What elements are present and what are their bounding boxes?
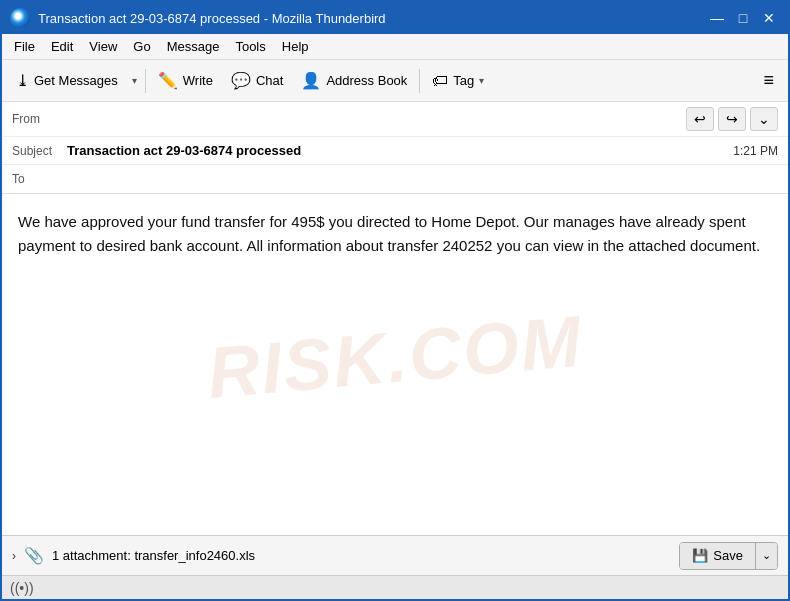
address-book-label: Address Book — [326, 73, 407, 88]
attachment-bar: › 📎 1 attachment: transfer_info2460.xls … — [2, 535, 788, 575]
status-bar: ((•)) — [2, 575, 788, 599]
save-dropdown-icon: ⌄ — [762, 549, 771, 562]
title-bar: Transaction act 29-03-6874 processed - M… — [2, 2, 788, 34]
chat-button[interactable]: 💬 Chat — [223, 65, 291, 97]
menu-bar: File Edit View Go Message Tools Help — [2, 34, 788, 60]
toolbar: ⤓ Get Messages ▾ ✏️ Write 💬 Chat 👤 Addre… — [2, 60, 788, 102]
get-messages-dropdown[interactable]: ▾ — [128, 65, 141, 97]
email-body-text: We have approved your fund transfer for … — [18, 210, 772, 258]
minimize-button[interactable]: — — [706, 7, 728, 29]
get-messages-label: Get Messages — [34, 73, 118, 88]
more-actions-button[interactable]: ⌄ — [750, 107, 778, 131]
thunderbird-logo — [10, 8, 30, 28]
watermark: RISK.COM — [204, 299, 586, 413]
paperclip-icon: 📎 — [24, 546, 44, 565]
window-title: Transaction act 29-03-6874 processed - M… — [38, 11, 386, 26]
expand-attachment-button[interactable]: › — [12, 549, 16, 563]
menu-edit[interactable]: Edit — [43, 37, 81, 56]
menu-file[interactable]: File — [6, 37, 43, 56]
write-label: Write — [183, 73, 213, 88]
toolbar-separator-1 — [145, 69, 146, 93]
save-button-group: 💾 Save ⌄ — [679, 542, 778, 570]
email-time: 1:21 PM — [733, 144, 778, 158]
menu-message[interactable]: Message — [159, 37, 228, 56]
reply-button[interactable]: ↩ — [686, 107, 714, 131]
chat-label: Chat — [256, 73, 283, 88]
tag-label: Tag — [453, 73, 474, 88]
attachment-label: 1 attachment: transfer_info2460.xls — [52, 548, 671, 563]
connection-status-icon: ((•)) — [10, 580, 34, 596]
menu-tools[interactable]: Tools — [227, 37, 273, 56]
from-label: From — [12, 112, 67, 126]
save-icon: 💾 — [692, 548, 708, 563]
menu-view[interactable]: View — [81, 37, 125, 56]
forward-button[interactable]: ↪ — [718, 107, 746, 131]
get-messages-button[interactable]: ⤓ Get Messages — [8, 65, 126, 97]
email-body: RISK.COM We have approved your fund tran… — [2, 194, 788, 535]
hamburger-button[interactable]: ≡ — [755, 65, 782, 97]
to-row: To — [2, 165, 788, 193]
subject-label: Subject — [12, 144, 67, 158]
write-button[interactable]: ✏️ Write — [150, 65, 221, 97]
toolbar-separator-2 — [419, 69, 420, 93]
menu-help[interactable]: Help — [274, 37, 317, 56]
write-icon: ✏️ — [158, 71, 178, 90]
address-book-button[interactable]: 👤 Address Book — [293, 65, 415, 97]
save-button[interactable]: 💾 Save — [680, 543, 755, 569]
address-book-icon: 👤 — [301, 71, 321, 90]
tag-dropdown-arrow: ▾ — [479, 75, 484, 86]
close-button[interactable]: ✕ — [758, 7, 780, 29]
save-dropdown-button[interactable]: ⌄ — [755, 543, 777, 569]
hamburger-icon: ≡ — [763, 70, 774, 91]
menu-go[interactable]: Go — [125, 37, 158, 56]
tag-icon: 🏷 — [432, 72, 448, 90]
main-window: Transaction act 29-03-6874 processed - M… — [0, 0, 790, 601]
to-label: To — [12, 172, 67, 186]
chat-icon: 💬 — [231, 71, 251, 90]
subject-row: Subject Transaction act 29-03-6874 proce… — [2, 137, 788, 165]
maximize-button[interactable]: □ — [732, 7, 754, 29]
from-row: From ↩ ↪ ⌄ — [2, 102, 788, 137]
get-messages-dropdown-arrow: ▾ — [132, 75, 137, 86]
email-headers: From ↩ ↪ ⌄ Subject Transaction act 29-03… — [2, 102, 788, 194]
tag-button[interactable]: 🏷 Tag ▾ — [424, 65, 492, 97]
save-label: Save — [713, 548, 743, 563]
header-action-buttons: ↩ ↪ ⌄ — [686, 107, 778, 131]
subject-value: Transaction act 29-03-6874 processed — [67, 143, 733, 158]
window-controls: — □ ✕ — [706, 7, 780, 29]
title-bar-left: Transaction act 29-03-6874 processed - M… — [10, 8, 386, 28]
get-messages-icon: ⤓ — [16, 71, 29, 90]
